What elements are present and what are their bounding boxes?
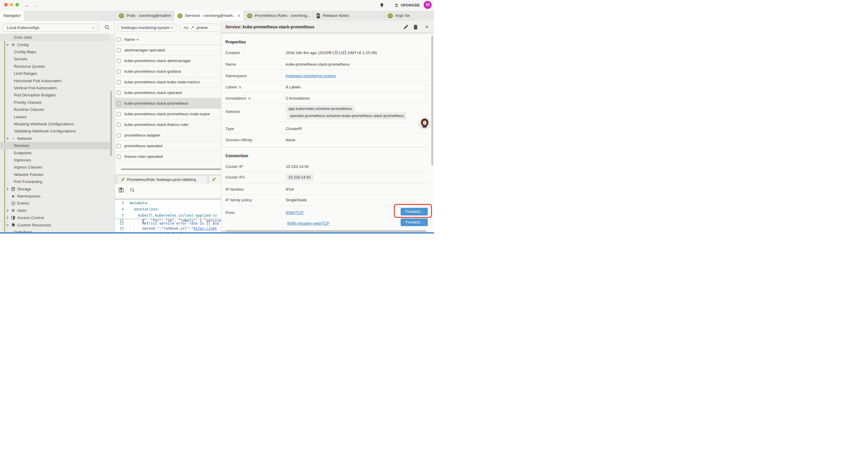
sidebar-group-config[interactable]: ⚙ Config bbox=[0, 41, 115, 49]
sidebar-item-horizontal-pod-autoscalers[interactable]: Horizontal Pod Autoscalers bbox=[0, 77, 115, 85]
editor-tab-prometheusrule[interactable]: PrometheusRule: freeleaps-prod-rabbitmq bbox=[118, 175, 208, 183]
table-row[interactable]: kube-prometheus-stack-prometheus-node-ex… bbox=[115, 109, 221, 119]
sidebar-item-namespaces[interactable]: ◆ Namespaces bbox=[0, 193, 115, 200]
table-row[interactable]: alertmanager-operated bbox=[115, 45, 221, 56]
labels-value[interactable]: 9 Labels bbox=[286, 84, 301, 90]
notification-count-badge[interactable]: 15 bbox=[424, 1, 432, 9]
table-row-selected[interactable]: kube-prometheus-stack-prometheus bbox=[115, 98, 221, 109]
sidebar-group-storage[interactable]: Storage bbox=[0, 185, 115, 193]
sidebar-item-validating-webhook-configurations[interactable]: Validating Webhook Configurations bbox=[0, 127, 115, 135]
maximize-window-button[interactable] bbox=[16, 3, 19, 6]
row-checkbox[interactable] bbox=[117, 80, 121, 84]
table-row[interactable]: prometheus-operated bbox=[115, 141, 221, 151]
table-row[interactable]: kube-prometheus-stack-operator bbox=[115, 87, 221, 98]
namespace-link[interactable]: freeleaps-monitoring-system bbox=[286, 73, 336, 79]
namespace-dropdown[interactable]: freeleaps-monitoring-system bbox=[118, 24, 176, 32]
sidebar-group-helm[interactable]: ☸ Helm bbox=[0, 207, 115, 214]
save-icon[interactable] bbox=[119, 187, 124, 193]
notifications-bell-icon[interactable] bbox=[379, 3, 384, 8]
sidebar-item-mutating-webhook-configurations[interactable]: Mutating Webhook Configurations bbox=[0, 120, 115, 128]
selector-label: Selector bbox=[225, 109, 240, 115]
row-checkbox[interactable] bbox=[117, 123, 121, 127]
horizontal-scrollbar[interactable] bbox=[121, 169, 221, 170]
column-header-name[interactable]: Name bbox=[124, 34, 135, 45]
sidebar-item-endpoints[interactable]: Endpoints bbox=[0, 149, 115, 157]
back-button[interactable]: ← bbox=[25, 0, 30, 11]
sidebar-group-custom-resources[interactable]: Custom Resources bbox=[0, 222, 115, 229]
search-icon[interactable] bbox=[104, 25, 110, 30]
edit-pencil-icon[interactable] bbox=[403, 25, 408, 30]
navigator-tab[interactable]: Navigator bbox=[0, 11, 24, 21]
sort-ascending-icon[interactable] bbox=[136, 38, 140, 41]
minimize-window-button[interactable] bbox=[10, 3, 13, 6]
forward-button[interactable]: → bbox=[33, 0, 38, 11]
forward-button-8080[interactable]: Forward... bbox=[401, 218, 428, 226]
select-all-checkbox[interactable] bbox=[117, 37, 121, 41]
row-checkbox[interactable] bbox=[117, 112, 121, 116]
upgrade-button[interactable]: UPGRADE bbox=[394, 0, 420, 11]
tab-prometheus-rules[interactable]: Prometheus Rules - icecheng... bbox=[244, 11, 313, 21]
table-row[interactable]: kube-prometheus-stack-kube-state-metrics bbox=[115, 77, 221, 87]
tab-services[interactable]: Services - icecheng@math... × bbox=[174, 11, 244, 21]
row-checkbox[interactable] bbox=[117, 48, 121, 52]
sidebar-item-services[interactable]: Services bbox=[0, 142, 110, 149]
runbook-url-link[interactable]: https://net bbox=[193, 226, 217, 231]
cluster-ips-chip[interactable]: 10.233.14.91 bbox=[286, 174, 313, 181]
row-checkbox[interactable] bbox=[117, 101, 121, 106]
close-tab-icon[interactable]: × bbox=[237, 11, 241, 21]
row-checkbox[interactable] bbox=[117, 59, 121, 63]
table-row[interactable]: kube-prometheus-stack-grafana bbox=[115, 66, 221, 77]
sidebar-item-config-maps[interactable]: Config Maps bbox=[0, 48, 115, 56]
sidebar-item-priority-classes[interactable]: Priority Classes bbox=[0, 99, 115, 106]
row-checkbox[interactable] bbox=[117, 91, 121, 95]
sidebar-item-resource-quotas[interactable]: Resource Quotas bbox=[0, 63, 115, 70]
table-row[interactable]: kube-prometheus-stack-thanos-ruler bbox=[115, 119, 221, 130]
table-row[interactable]: thanos-ruler-operated bbox=[115, 151, 221, 162]
sidebar-item-limit-ranges[interactable]: Limit Ranges bbox=[0, 70, 115, 77]
yaml-editor[interactable]: 11 8", "for": "1m", "labels": { "service… bbox=[115, 200, 221, 233]
delete-trash-icon[interactable] bbox=[413, 25, 418, 30]
drawer-vertical-scrollbar[interactable] bbox=[431, 35, 433, 166]
tab-argo[interactable]: Argo Se bbox=[385, 11, 434, 21]
sidebar-item-leases[interactable]: Leases bbox=[0, 113, 115, 121]
editor-search-icon[interactable] bbox=[130, 187, 135, 193]
annotations-value[interactable]: 2 Annotations bbox=[286, 95, 310, 101]
port-link-8080[interactable]: 8080:reloader-web/TCP bbox=[287, 221, 330, 226]
match-case-toggle[interactable]: Aa bbox=[183, 25, 188, 30]
filter-input[interactable]: Aa .* prome bbox=[180, 24, 221, 32]
row-checkbox[interactable] bbox=[117, 133, 121, 138]
labels-label: Labels⇅ bbox=[225, 84, 241, 90]
sidebar-item-port-forwarding[interactable]: Port Forwarding bbox=[0, 178, 115, 185]
sidebar-item-vertical-pod-autoscalers[interactable]: Vertical Pod Autoscalers bbox=[0, 84, 115, 92]
sidebar-item-pod-disruption-budgets[interactable]: Pod Disruption Budgets bbox=[0, 91, 115, 99]
avatar[interactable] bbox=[419, 118, 430, 128]
sidebar-scrollbar[interactable] bbox=[110, 91, 112, 156]
tab-pods[interactable]: Pods - icecheng@mathmas... bbox=[116, 11, 174, 21]
sidebar-item-events[interactable]: Events bbox=[0, 200, 115, 207]
kubeconfig-dropdown[interactable]: Local Kubeconfigs bbox=[3, 24, 98, 32]
toolbar-divider bbox=[126, 186, 126, 194]
sidebar-item-cron-jobs[interactable]: Cron Jobs bbox=[0, 34, 110, 41]
sidebar-group-access-control[interactable]: Access Control bbox=[0, 214, 115, 222]
row-checkbox[interactable] bbox=[117, 69, 121, 74]
row-checkbox[interactable] bbox=[117, 154, 121, 159]
port-link-9090[interactable]: 9090/TCP bbox=[286, 210, 304, 216]
row-checkbox[interactable] bbox=[117, 144, 121, 148]
editor-tab-next[interactable] bbox=[209, 175, 221, 183]
sidebar-group-network[interactable]: ↑↓ Network bbox=[0, 135, 115, 142]
close-icon[interactable]: × bbox=[425, 23, 428, 30]
sidebar-item-ingress-classes[interactable]: Ingress Classes bbox=[0, 164, 115, 171]
sidebar-item-ingresses[interactable]: Ingresses bbox=[0, 156, 115, 164]
name-value: kube-prometheus-stack-prometheus bbox=[286, 61, 350, 67]
table-row[interactable]: kube-prometheus-stack-alertmanager bbox=[115, 56, 221, 66]
table-row[interactable]: prometheus-adapter bbox=[115, 130, 221, 141]
selector-chip[interactable]: operator.prometheus.io/name=kube-prometh… bbox=[287, 112, 406, 119]
sidebar-item-secrets[interactable]: Secrets bbox=[0, 55, 115, 63]
tab-release-notes[interactable]: Release Notes bbox=[313, 11, 385, 21]
sidebar-item-network-policies[interactable]: Network Policies bbox=[0, 171, 115, 178]
selector-chip[interactable]: app.kubernetes.io/name=prometheus bbox=[286, 105, 355, 112]
regex-toggle[interactable]: .* bbox=[191, 25, 194, 30]
drawer-horizontal-scrollbar-thumb[interactable] bbox=[226, 230, 426, 232]
close-window-button[interactable] bbox=[4, 3, 8, 6]
sidebar-item-runtime-classes[interactable]: Runtime Classes bbox=[0, 106, 115, 113]
